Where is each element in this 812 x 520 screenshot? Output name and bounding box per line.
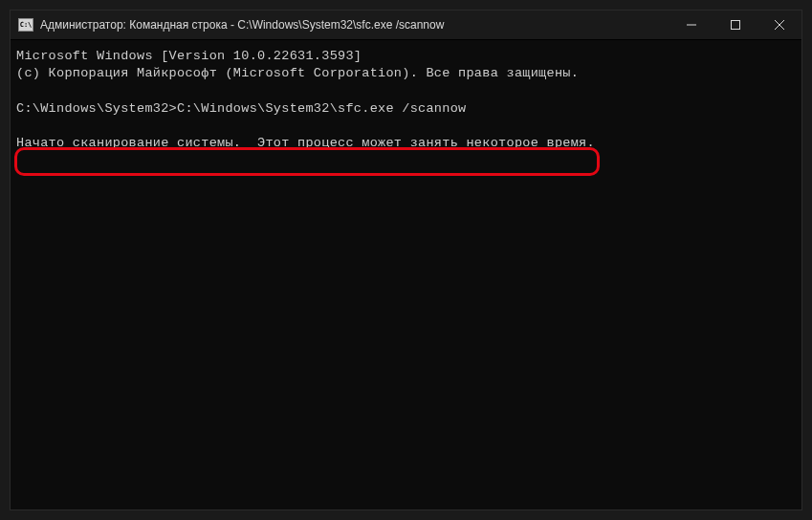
blank-line	[16, 118, 796, 135]
minimize-button[interactable]	[669, 11, 713, 39]
maximize-button[interactable]	[713, 11, 757, 39]
blank-line	[16, 82, 796, 99]
titlebar: C:\ Администратор: Командная строка - C:…	[11, 11, 801, 40]
svg-rect-1	[732, 21, 740, 30]
titlebar-left: C:\ Администратор: Командная строка - C:…	[11, 18, 444, 32]
titlebar-controls	[669, 11, 801, 39]
app-icon: C:\	[18, 18, 33, 32]
maximize-icon	[731, 20, 740, 30]
close-icon	[775, 20, 784, 30]
window-title: Администратор: Командная строка - C:\Win…	[40, 18, 444, 32]
command-prompt-window: C:\ Администратор: Командная строка - C:…	[10, 10, 802, 510]
command-text: C:\Windows\System32\sfc.exe /scannow	[177, 101, 466, 116]
prompt: C:\Windows\System32>	[16, 101, 177, 116]
minimize-icon	[687, 20, 696, 30]
close-button[interactable]	[757, 11, 801, 39]
terminal-content[interactable]: Microsoft Windows [Version 10.0.22631.35…	[11, 40, 801, 509]
command-line: C:\Windows\System32>C:\Windows\System32\…	[16, 100, 796, 118]
version-line: Microsoft Windows [Version 10.0.22631.35…	[16, 48, 796, 65]
copyright-line: (c) Корпорация Майкрософт (Microsoft Cor…	[16, 65, 796, 82]
output-line: Начато сканирование системы. Этот процес…	[16, 135, 796, 152]
